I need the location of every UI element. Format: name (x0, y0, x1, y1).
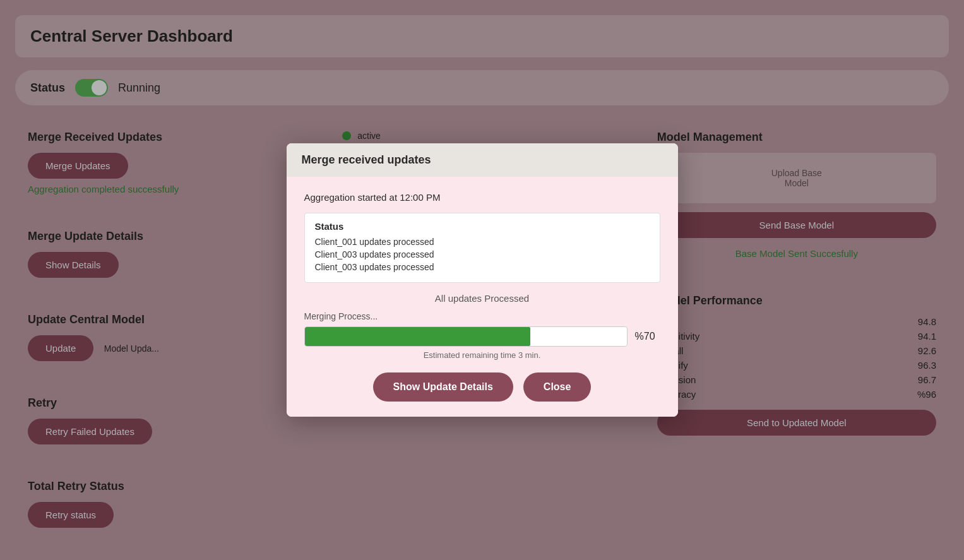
progress-bar-wrap (304, 326, 628, 347)
modal-client-3: Client_003 updates processed (315, 262, 650, 272)
modal-body: Aggregation started at 12:00 PM Status C… (287, 177, 678, 417)
modal-status-title: Status (315, 221, 650, 232)
progress-bar-fill (305, 327, 530, 346)
progress-container: %70 (304, 326, 660, 347)
progress-eta: Estimated remaining time 3 min. (304, 350, 660, 360)
modal-header: Merge received updates (287, 143, 678, 177)
modal-merging-label: Merging Process... (304, 311, 660, 321)
close-modal-button[interactable]: Close (523, 372, 592, 402)
modal-overlay: Merge received updates Aggregation start… (0, 0, 964, 560)
main-container: Central Server Dashboard Status Running … (0, 0, 964, 560)
progress-pct-label: %70 (635, 331, 660, 342)
modal: Merge received updates Aggregation start… (287, 143, 678, 417)
modal-all-processed: All updates Processed (304, 293, 660, 304)
show-update-details-button[interactable]: Show Update Details (373, 372, 513, 402)
modal-started-text: Aggregation started at 12:00 PM (304, 192, 660, 203)
modal-client-1: Client_001 updates processed (315, 237, 650, 247)
modal-client-2: Client_003 updates processed (315, 249, 650, 259)
modal-status-box: Status Client_001 updates processed Clie… (304, 213, 660, 283)
modal-footer: Show Update Details Close (304, 372, 660, 402)
